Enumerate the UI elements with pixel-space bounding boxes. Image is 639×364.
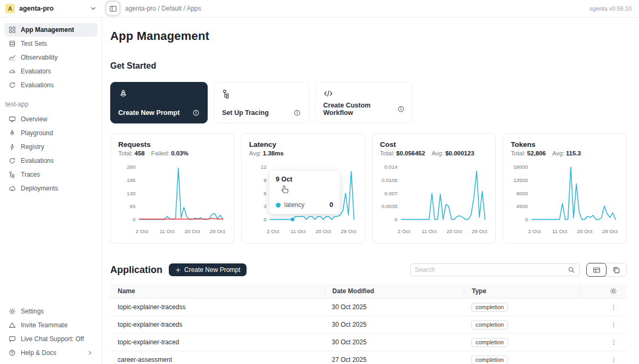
table-row[interactable]: topic-explainer-traceds 30 Oct 2025 comp… bbox=[110, 316, 627, 334]
info-icon[interactable] bbox=[397, 105, 405, 113]
svg-text:0.0035: 0.0035 bbox=[381, 203, 398, 209]
chat-bubble-icon bbox=[9, 335, 16, 343]
sidebar-item-label: Live Chat Support: Off bbox=[21, 335, 84, 343]
sidebar-item-playground[interactable]: Playground bbox=[4, 126, 97, 140]
table-row[interactable]: career-assessment 27 Oct 2025 completion bbox=[110, 351, 627, 364]
table-view-button[interactable] bbox=[586, 263, 607, 277]
table-header: Name Date Modified Type bbox=[110, 284, 627, 299]
sidebar-item-invite-teammate[interactable]: Invite Teammate bbox=[4, 318, 97, 332]
svg-text:11 Oct: 11 Oct bbox=[290, 228, 305, 234]
row-menu-button[interactable] bbox=[610, 339, 617, 346]
test-sets-icon bbox=[9, 40, 16, 47]
workspace-selector[interactable]: A agenta-pro bbox=[0, 0, 102, 17]
metric-title: Tokens bbox=[511, 140, 619, 148]
tooltip-value: 0 bbox=[330, 201, 333, 209]
sidebar-collapse-button[interactable] bbox=[106, 2, 120, 15]
sidebar-item-settings[interactable]: Settings bbox=[4, 304, 97, 318]
info-icon[interactable] bbox=[192, 109, 200, 117]
svg-text:9: 9 bbox=[264, 177, 266, 183]
svg-text:13500: 13500 bbox=[513, 177, 528, 183]
chart-line-icon bbox=[9, 54, 16, 61]
column-header-name: Name bbox=[110, 287, 324, 295]
sidebar-item-observability[interactable]: Observability bbox=[4, 51, 97, 64]
search-input[interactable] bbox=[415, 266, 564, 274]
sidebar-item-label: Invite Teammate bbox=[21, 321, 68, 329]
svg-text:0: 0 bbox=[395, 217, 398, 222]
svg-text:29 Oct: 29 Oct bbox=[341, 228, 356, 234]
create-custom-workflow-card[interactable]: Create Custom Workflow bbox=[315, 82, 413, 123]
svg-text:29 Oct: 29 Oct bbox=[210, 228, 225, 234]
sidebar: App Management Test Sets Observability E… bbox=[0, 18, 102, 364]
sidebar-item-evaluators[interactable]: Evaluators bbox=[4, 64, 97, 78]
chevron-right-icon bbox=[87, 350, 93, 356]
search-icon[interactable] bbox=[568, 266, 575, 274]
sidebar-item-label: Help & Docs bbox=[21, 349, 56, 357]
sidebar-item-label: Traces bbox=[21, 171, 40, 178]
svg-text:0: 0 bbox=[264, 217, 267, 222]
table-row[interactable]: topic-explainer-tracedss 30 Oct 2025 com… bbox=[110, 299, 627, 316]
card-view-button[interactable] bbox=[606, 263, 626, 276]
sidebar-item-label: Overview bbox=[21, 115, 47, 123]
date-modified: 27 Oct 2025 bbox=[324, 356, 464, 363]
sidebar-item-traces[interactable]: Traces bbox=[4, 168, 97, 181]
svg-text:3: 3 bbox=[264, 203, 267, 209]
row-menu-button[interactable] bbox=[610, 304, 617, 311]
sidebar-item-evaluations[interactable]: Evaluations bbox=[4, 78, 97, 92]
create-new-prompt-button[interactable]: Create New Prompt bbox=[169, 263, 247, 276]
sidebar-item-deployments[interactable]: Deployments bbox=[4, 181, 97, 195]
gauge-icon bbox=[9, 68, 16, 75]
page-title: App Management bbox=[110, 29, 627, 43]
main-content: App Management Get Started Create New Pr… bbox=[102, 18, 639, 364]
app-name: topic-explainer-traceds bbox=[110, 321, 324, 328]
latency-card: Latency Avg:1.38ms 0369122 Oct11 Oct20 O… bbox=[241, 133, 365, 244]
rocket-icon bbox=[118, 89, 200, 99]
svg-text:65: 65 bbox=[130, 203, 136, 209]
breadcrumb[interactable]: agenta-pro / Default / Apps bbox=[125, 5, 201, 12]
svg-text:0.007: 0.007 bbox=[384, 191, 397, 196]
get-started-title: Get Started bbox=[110, 61, 627, 71]
table-row[interactable]: topic-explainer-traced 30 Oct 2025 compl… bbox=[110, 334, 627, 351]
svg-text:130: 130 bbox=[127, 191, 136, 196]
sidebar-item-help-docs[interactable]: Help & Docs bbox=[4, 346, 97, 360]
metric-stats: Total:52,806 Avg:115.3 bbox=[511, 150, 619, 156]
sidebar-item-overview[interactable]: Overview bbox=[4, 112, 97, 126]
sidebar-item-registry[interactable]: Registry bbox=[4, 140, 97, 154]
sidebar-item-label: Deployments bbox=[21, 185, 58, 192]
collapse-panel-icon bbox=[109, 5, 117, 13]
trace-tree-icon bbox=[9, 171, 16, 178]
create-new-prompt-card[interactable]: Create New Prompt bbox=[110, 82, 208, 123]
svg-text:29 Oct: 29 Oct bbox=[471, 228, 487, 234]
metric-title: Cost bbox=[380, 140, 488, 148]
svg-text:20 Oct: 20 Oct bbox=[185, 228, 200, 234]
svg-text:18000: 18000 bbox=[513, 164, 528, 170]
tooltip-series-name: latency bbox=[284, 201, 305, 209]
sidebar-item-label: App Management bbox=[21, 26, 74, 34]
sidebar-item-live-chat[interactable]: Live Chat Support: Off bbox=[4, 332, 97, 346]
set-up-tracing-card[interactable]: Set Up Tracing bbox=[214, 82, 309, 123]
sidebar-item-label: Evaluations bbox=[21, 157, 54, 164]
svg-text:11 Oct: 11 Oct bbox=[552, 228, 567, 234]
card-label: Set Up Tracing bbox=[222, 109, 269, 117]
search-box bbox=[410, 263, 580, 276]
svg-text:0.014: 0.014 bbox=[384, 164, 397, 170]
monitor-icon bbox=[9, 115, 16, 123]
svg-text:2 Oct: 2 Oct bbox=[397, 228, 410, 234]
app-name: topic-explainer-tracedss bbox=[110, 303, 324, 311]
info-icon[interactable] bbox=[293, 109, 301, 117]
sidebar-item-test-sets[interactable]: Test Sets bbox=[4, 37, 97, 51]
row-menu-button[interactable] bbox=[610, 357, 617, 363]
svg-text:20 Oct: 20 Oct bbox=[577, 228, 593, 234]
svg-text:2 Oct: 2 Oct bbox=[528, 228, 541, 234]
requests-chart: 0651301952602 Oct11 Oct20 Oct29 Oct bbox=[118, 159, 226, 239]
sidebar-item-app-management[interactable]: App Management bbox=[4, 23, 97, 37]
svg-text:260: 260 bbox=[127, 164, 136, 170]
sidebar-item-label: Evaluators bbox=[21, 68, 51, 75]
date-modified: 30 Oct 2025 bbox=[324, 338, 464, 346]
date-modified: 30 Oct 2025 bbox=[324, 303, 464, 311]
date-modified: 30 Oct 2025 bbox=[324, 321, 464, 328]
sidebar-item-label: Registry bbox=[21, 143, 44, 151]
sidebar-item-app-evaluations[interactable]: Evaluations bbox=[4, 154, 97, 168]
gear-icon[interactable] bbox=[610, 287, 619, 295]
sidebar-item-label: Observability bbox=[21, 54, 58, 61]
row-menu-button[interactable] bbox=[610, 321, 617, 328]
